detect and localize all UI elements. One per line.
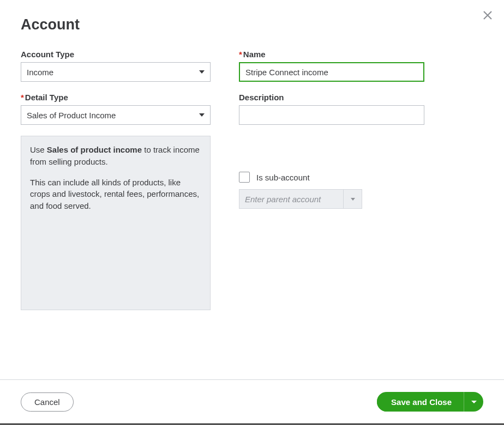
account-type-field: Account Type Income [21, 50, 211, 82]
parent-account-select[interactable]: Enter parent account [239, 189, 362, 209]
account-type-value: Income [27, 68, 53, 77]
account-type-select[interactable]: Income [21, 62, 211, 82]
save-and-close-button[interactable]: Save and Close [377, 392, 464, 412]
sub-account-checkbox[interactable] [239, 172, 250, 183]
detail-type-field: *Detail Type Sales of Product Income [21, 93, 211, 125]
close-icon[interactable] [480, 8, 495, 23]
description-input[interactable] [239, 105, 424, 125]
left-column: Account Type Income *Detail Type Sales o… [21, 50, 211, 310]
name-label: *Name [239, 50, 424, 59]
parent-account-dropdown-button[interactable] [344, 189, 362, 209]
right-column: *Name Description Is sub-account Enter p… [239, 50, 424, 310]
account-dialog: Account Account Type Income *Detail Type… [0, 0, 504, 429]
explain-pre: Use [30, 145, 47, 154]
chevron-down-icon [199, 70, 205, 74]
account-type-label: Account Type [21, 50, 211, 59]
explain-bold: Sales of product income [47, 145, 142, 154]
form-area: Account Type Income *Detail Type Sales o… [21, 50, 483, 310]
detail-type-explanation: Use Sales of product income to track inc… [21, 136, 211, 310]
name-input[interactable] [239, 62, 424, 82]
cancel-button[interactable]: Cancel [21, 392, 74, 412]
name-label-text: Name [243, 50, 266, 59]
save-split-button[interactable] [464, 392, 483, 412]
detail-type-select[interactable]: Sales of Product Income [21, 105, 211, 125]
parent-account-placeholder: Enter parent account [239, 189, 344, 209]
dialog-footer: Cancel Save and Close [0, 379, 504, 425]
chevron-down-icon [199, 113, 205, 117]
chevron-down-icon [471, 401, 477, 403]
detail-type-label-text: Detail Type [25, 93, 68, 102]
description-field: Description [239, 93, 424, 125]
detail-type-value: Sales of Product Income [27, 111, 116, 120]
sub-account-label: Is sub-account [256, 173, 310, 182]
explain-para2: This can include all kinds of products, … [30, 177, 201, 212]
name-field: *Name [239, 50, 424, 82]
detail-type-label: *Detail Type [21, 93, 211, 102]
dialog-title: Account [21, 16, 483, 33]
sub-account-row: Is sub-account [239, 172, 424, 183]
description-label: Description [239, 93, 424, 102]
chevron-down-icon [351, 198, 355, 201]
save-button-group: Save and Close [377, 392, 483, 412]
